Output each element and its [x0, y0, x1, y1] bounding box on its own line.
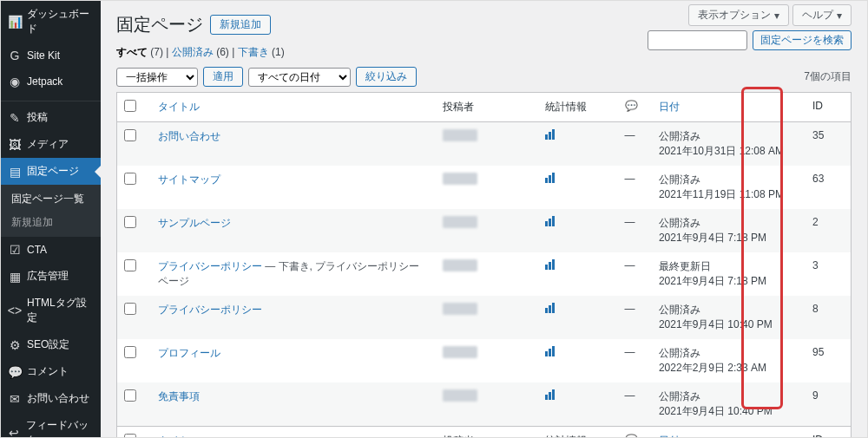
row-checkbox[interactable]: [124, 216, 136, 228]
screen-options-toggle[interactable]: 表示オプション▾: [688, 4, 789, 26]
sidebar-item-10[interactable]: 💬コメント: [1, 358, 101, 385]
page-title: 固定ページ: [116, 13, 203, 36]
submenu-add[interactable]: 新規追加: [1, 211, 101, 234]
bulk-apply-button-top[interactable]: 適用: [203, 67, 243, 87]
author-blurred: [443, 259, 477, 271]
author-blurred: [443, 389, 477, 402]
sidebar-item-label: お問い合わせ: [27, 391, 89, 406]
sidebar-item-4[interactable]: 🖼メディア: [1, 131, 101, 158]
row-title-link[interactable]: プロフィール: [158, 347, 220, 359]
author-blurred: [443, 129, 477, 141]
stats-icon[interactable]: [545, 129, 555, 140]
filter-all[interactable]: すべて: [116, 46, 148, 58]
filter-draft[interactable]: 下書き: [238, 46, 269, 58]
sidebar-item-6[interactable]: ☑CTA: [1, 237, 101, 263]
row-title-link[interactable]: プライバシーポリシー: [158, 304, 262, 316]
col-footer-comments: 💬: [618, 427, 652, 438]
bulk-action-select-top[interactable]: 一括操作: [116, 68, 198, 87]
row-title-link[interactable]: プライバシーポリシー: [158, 260, 262, 272]
sidebar-item-label: 広告管理: [27, 269, 69, 284]
date-filter-select[interactable]: すべての日付: [248, 68, 351, 87]
sidebar-item-5[interactable]: ▤固定ページ: [1, 158, 101, 185]
help-toggle[interactable]: ヘルプ▾: [792, 4, 852, 26]
stats-icon[interactable]: [545, 216, 555, 226]
col-header-comments: 💬: [618, 93, 652, 122]
col-header-title[interactable]: タイトル: [151, 93, 436, 122]
sidebar-item-12[interactable]: ↩フィードバック: [1, 412, 101, 437]
sidebar-item-label: HTMLタグ設定: [27, 296, 94, 325]
sidebar-icon: ⚙: [8, 338, 22, 352]
row-date: 公開済み2021年9月4日 7:18 PM: [652, 209, 806, 252]
author-blurred: [443, 346, 477, 358]
stats-icon[interactable]: [545, 389, 555, 400]
row-comments: —: [618, 209, 652, 252]
row-checkbox[interactable]: [124, 303, 136, 315]
sidebar-icon: ☑: [8, 243, 22, 257]
sidebar-icon: G: [8, 49, 22, 62]
sidebar-item-label: 固定ページ: [27, 164, 79, 179]
chevron-down-icon: ▾: [774, 10, 779, 22]
search-submit-button[interactable]: 固定ページを検索: [753, 30, 852, 50]
row-checkbox[interactable]: [124, 259, 136, 271]
col-footer-checkbox: [117, 427, 151, 438]
stats-icon[interactable]: [545, 303, 555, 313]
sidebar-icon: ◉: [8, 75, 22, 88]
col-header-date[interactable]: 日付: [652, 93, 806, 122]
stats-icon[interactable]: [545, 346, 555, 356]
stats-icon[interactable]: [545, 173, 555, 183]
sidebar-icon: ▤: [8, 165, 22, 179]
sidebar-item-label: フィードバック: [26, 418, 94, 437]
row-id: 95: [806, 339, 852, 382]
sidebar-item-1[interactable]: GSite Kit: [1, 42, 101, 69]
comment-icon: 💬: [625, 434, 638, 437]
row-title-link[interactable]: 免責事項: [158, 390, 200, 402]
sidebar-item-2[interactable]: ◉Jetpack: [1, 69, 101, 95]
row-title-link[interactable]: サンプルページ: [158, 217, 231, 229]
sidebar-item-8[interactable]: <>HTMLタグ設定: [1, 290, 101, 331]
row-title-link[interactable]: サイトマップ: [158, 173, 220, 186]
add-new-button[interactable]: 新規追加: [210, 15, 271, 35]
search-box: 固定ページを検索: [648, 30, 852, 50]
search-input[interactable]: [648, 30, 747, 50]
row-checkbox[interactable]: [124, 389, 136, 402]
select-all-bottom[interactable]: [124, 434, 136, 437]
sidebar-item-label: CTA: [27, 244, 47, 256]
sidebar-item-9[interactable]: ⚙SEO設定: [1, 331, 101, 358]
sidebar-item-label: Site Kit: [27, 49, 60, 62]
sidebar-submenu: 固定ページ一覧新規追加: [1, 185, 101, 237]
row-id: 35: [806, 122, 852, 167]
sidebar-icon: 🖼: [8, 138, 22, 152]
row-title-link[interactable]: お問い合わせ: [158, 130, 220, 142]
stats-icon[interactable]: [545, 259, 555, 270]
sidebar-icon: ↩: [8, 426, 21, 437]
col-footer-title[interactable]: タイトル: [151, 427, 436, 438]
col-footer-date[interactable]: 日付: [652, 427, 806, 438]
table-row: プロフィール—公開済み2022年2月9日 2:33 AM95: [117, 339, 852, 382]
sidebar-icon: ✎: [8, 111, 22, 125]
sidebar-item-7[interactable]: ▦広告管理: [1, 263, 101, 290]
row-checkbox[interactable]: [124, 173, 136, 185]
filter-button[interactable]: 絞り込み: [356, 67, 417, 87]
row-id: 8: [806, 296, 852, 339]
sidebar-item-0[interactable]: 📊ダッシュボード: [1, 1, 101, 42]
col-footer-stats: 統計情報: [538, 427, 618, 438]
sidebar-item-label: Jetpack: [27, 75, 62, 88]
table-row: 免責事項—公開済み2021年9月4日 10:40 PM9: [117, 382, 852, 427]
row-id: 63: [806, 166, 852, 209]
filter-published[interactable]: 公開済み: [172, 46, 214, 58]
row-comments: —: [618, 296, 652, 339]
screen-meta-toggle: 表示オプション▾ ヘルプ▾: [688, 4, 852, 26]
sidebar-icon: <>: [8, 304, 22, 317]
submenu-list[interactable]: 固定ページ一覧: [1, 187, 101, 211]
select-all-top[interactable]: [124, 100, 136, 112]
row-id: 9: [806, 382, 852, 427]
table-row: プライバシーポリシー — 下書き, プライバシーポリシーページ—最終更新日202…: [117, 252, 852, 296]
table-row: お問い合わせ—公開済み2021年10月31日 12:08 AM35: [117, 122, 852, 167]
row-date: 公開済み2021年9月4日 10:40 PM: [652, 296, 806, 339]
sidebar-item-3[interactable]: ✎投稿: [1, 104, 101, 131]
comment-icon: 💬: [625, 100, 638, 112]
row-checkbox[interactable]: [124, 346, 136, 358]
sidebar-item-11[interactable]: ✉お問い合わせ: [1, 385, 101, 412]
row-date: 公開済み2021年11月19日 11:08 PM: [652, 166, 806, 209]
row-checkbox[interactable]: [124, 129, 136, 141]
